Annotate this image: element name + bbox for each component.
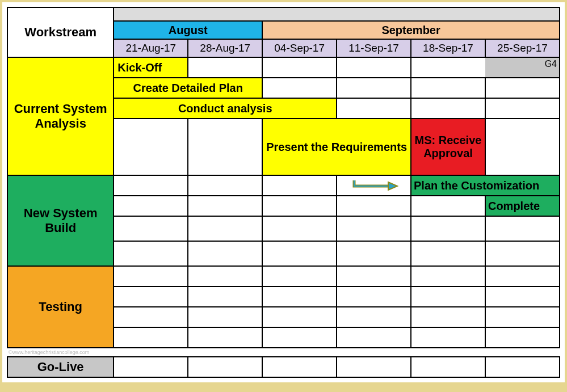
- task-complete: Complete: [485, 196, 560, 216]
- empty-cell: [262, 175, 337, 196]
- workstream-testing: Testing: [7, 266, 114, 348]
- workstream-current: Current System Analysis: [7, 57, 114, 175]
- svg-marker-0: [388, 182, 397, 190]
- date-col-3: 11-Sep-17: [337, 39, 411, 57]
- task-plan-custom: Plan the Customization: [411, 175, 560, 196]
- empty-cell: [188, 327, 262, 348]
- empty-cell: [188, 57, 262, 78]
- empty-cell: [411, 98, 485, 119]
- task-create-plan: Create Detailed Plan: [114, 78, 262, 98]
- empty-cell: [337, 57, 411, 78]
- empty-cell: [485, 216, 560, 241]
- empty-cell: [114, 196, 188, 216]
- empty-cell: [262, 57, 337, 78]
- empty-cell: [262, 286, 337, 307]
- empty-cell: [262, 327, 337, 348]
- task-conduct-analysis: Conduct analysis: [114, 98, 337, 119]
- empty-cell: [262, 241, 337, 266]
- month-september: September: [262, 21, 560, 39]
- empty-cell: [337, 78, 411, 98]
- empty-cell: [114, 327, 188, 348]
- empty-cell: [411, 307, 485, 327]
- task-present-req: Present the Requirements: [262, 119, 411, 175]
- empty-cell: [337, 98, 411, 119]
- arrow-icon: [350, 178, 398, 193]
- empty-cell: [188, 266, 262, 286]
- workstream-newbuild: New System Build: [7, 175, 114, 266]
- empty-cell: [188, 216, 262, 241]
- empty-cell: [262, 216, 337, 241]
- empty-cell: [262, 357, 337, 377]
- dependency-arrow-cell: [337, 175, 411, 196]
- empty-cell: [188, 175, 262, 196]
- empty-cell: [337, 216, 411, 241]
- empty-cell: [337, 357, 411, 377]
- empty-cell: [337, 266, 411, 286]
- gantt-table: Workstream August September 21-Aug-17 28…: [7, 7, 560, 378]
- task-ms-approval: MS: Receive Approval: [411, 119, 485, 175]
- empty-cell: [411, 78, 485, 98]
- empty-cell: [411, 286, 485, 307]
- date-col-5: 25-Sep-17: [485, 39, 560, 57]
- workstream-golive: Go-Live: [7, 357, 114, 377]
- empty-cell: [485, 307, 560, 327]
- empty-cell: [485, 98, 560, 119]
- empty-cell: [337, 196, 411, 216]
- date-col-4: 18-Sep-17: [411, 39, 485, 57]
- watermark-text: ©www.heritagechristiancollege.com: [7, 348, 560, 357]
- empty-cell: [262, 307, 337, 327]
- empty-cell: [337, 327, 411, 348]
- empty-cell: [114, 175, 188, 196]
- date-col-0: 21-Aug-17: [114, 39, 188, 57]
- empty-cell: [188, 196, 262, 216]
- empty-cell: [411, 357, 485, 377]
- empty-cell: [188, 357, 262, 377]
- empty-cell: [114, 241, 188, 266]
- empty-cell: [114, 266, 188, 286]
- empty-cell: [485, 357, 560, 377]
- date-col-2: 04-Sep-17: [262, 39, 337, 57]
- empty-cell: [411, 327, 485, 348]
- header-workstream: Workstream: [7, 7, 114, 57]
- empty-cell: [337, 241, 411, 266]
- empty-cell: [337, 307, 411, 327]
- empty-cell: [485, 327, 560, 348]
- header-spacer: [114, 7, 560, 21]
- empty-cell: [411, 196, 485, 216]
- month-august: August: [114, 21, 262, 39]
- task-kickoff: Kick-Off: [114, 57, 188, 78]
- corner-badge: G4: [485, 57, 560, 78]
- empty-cell: [188, 119, 262, 175]
- empty-cell: [485, 78, 560, 98]
- empty-cell: [411, 216, 485, 241]
- empty-cell: [188, 241, 262, 266]
- empty-cell: [188, 307, 262, 327]
- empty-cell: [411, 57, 485, 78]
- date-col-1: 28-Aug-17: [188, 39, 262, 57]
- empty-cell: [114, 307, 188, 327]
- empty-cell: [485, 241, 560, 266]
- empty-cell: [485, 286, 560, 307]
- empty-cell: [262, 196, 337, 216]
- empty-cell: [411, 241, 485, 266]
- empty-cell: [114, 286, 188, 307]
- empty-cell: [485, 266, 560, 286]
- empty-cell: [188, 286, 262, 307]
- empty-cell: [262, 266, 337, 286]
- empty-cell: [485, 119, 560, 175]
- empty-cell: [411, 266, 485, 286]
- empty-cell: [114, 119, 188, 175]
- empty-cell: [337, 286, 411, 307]
- empty-cell: [114, 357, 188, 377]
- empty-cell: [262, 78, 337, 98]
- empty-cell: [114, 216, 188, 241]
